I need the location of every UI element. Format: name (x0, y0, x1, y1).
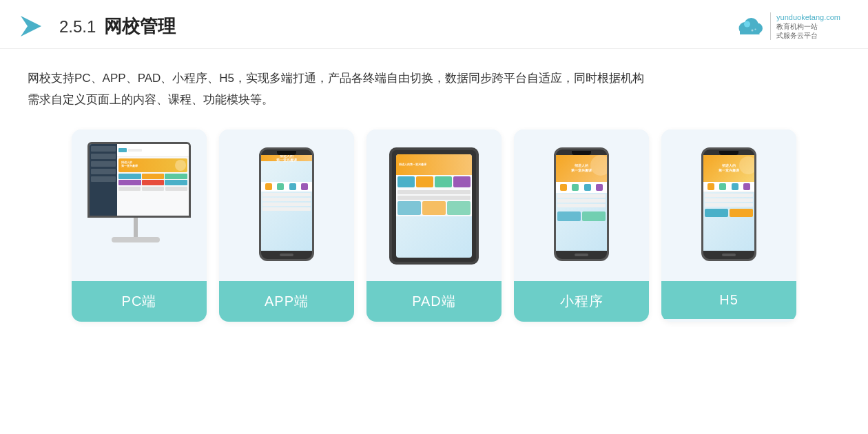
card-pad-image: 招进人的第一堂兴趣课 (366, 130, 502, 281)
svg-rect-4 (740, 28, 760, 34)
tablet-pad-screen: 招进人的第一堂兴趣课 (396, 154, 472, 258)
card-pc-image: 招进人的第一堂兴趣课 (72, 130, 207, 281)
card-pad-label: PAD端 (366, 281, 502, 322)
svg-marker-0 (21, 16, 41, 37)
brand-logo: yunduoketang.com 教育机构一站 式服务云平台 (736, 12, 840, 40)
phone-miniprogram-screen: 招进人的第一堂兴趣课 (556, 155, 607, 251)
device-pc: 招进人的第一堂兴趣课 (84, 142, 194, 273)
description: 网校支持PC、APP、PAD、小程序、H5，实现多端打通，产品各终端自由切换，数… (0, 49, 868, 123)
card-pc: 招进人的第一堂兴趣课 (72, 130, 207, 322)
svg-point-6 (752, 30, 754, 32)
card-app: 招进人的第一堂兴趣课 (219, 130, 354, 322)
svg-point-7 (754, 29, 756, 30)
description-line2: 需求自定义页面上的内容、课程、功能模块等。 (28, 90, 840, 111)
phone-h5-body: 招进人的第一堂兴趣课 (701, 147, 756, 261)
card-h5-label: H5 (661, 281, 796, 319)
card-pc-label: PC端 (72, 281, 207, 322)
brand-text-block: yunduoketang.com 教育机构一站 式服务云平台 (770, 12, 840, 40)
cards-section: 招进人的第一堂兴趣课 (0, 123, 868, 342)
card-pad: 招进人的第一堂兴趣课 (366, 130, 502, 322)
page-title: 2.5.1 网校管理 (59, 14, 176, 39)
card-app-label: APP端 (219, 281, 354, 322)
svg-point-5 (744, 21, 750, 28)
device-pad-tablet: 招进人的第一堂兴趣课 (389, 147, 479, 268)
logo-arrow-icon (21, 12, 48, 40)
phone-app-screen: 招进人的第一堂兴趣课 (261, 155, 312, 251)
phone-h5-screen: 招进人的第一堂兴趣课 (703, 155, 754, 251)
device-app-phone: 招进人的第一堂兴趣课 (259, 147, 314, 268)
card-app-image: 招进人的第一堂兴趣课 (219, 130, 354, 281)
monitor-body: 招进人的第一堂兴趣课 (87, 142, 191, 218)
card-miniprogram: 招进人的第一堂兴趣课 (514, 130, 649, 322)
device-miniprogram-phone: 招进人的第一堂兴趣课 (554, 147, 609, 268)
monitor-stand (134, 218, 138, 237)
pc-screen-content: 招进人的第一堂兴趣课 (90, 144, 189, 216)
device-h5-phone: 招进人的第一堂兴趣课 (701, 147, 756, 268)
brand-cloud-icon (736, 15, 765, 37)
header: 2.5.1 网校管理 yunduoketang.com 教育机构一站 (0, 0, 868, 49)
tablet-pad-body: 招进人的第一堂兴趣课 (389, 147, 479, 265)
card-miniprogram-image: 招进人的第一堂兴趣课 (514, 130, 649, 281)
card-miniprogram-label: 小程序 (514, 281, 649, 322)
card-h5: 招进人的第一堂兴趣课 (661, 130, 796, 322)
phone-app-body: 招进人的第一堂兴趣课 (259, 147, 314, 261)
monitor-base (112, 237, 160, 242)
card-h5-image: 招进人的第一堂兴趣课 (661, 130, 796, 281)
phone-miniprogram-body: 招进人的第一堂兴趣课 (554, 147, 609, 261)
header-left: 2.5.1 网校管理 (21, 12, 176, 40)
description-line1: 网校支持PC、APP、PAD、小程序、H5，实现多端打通，产品各终端自由切换，数… (28, 68, 840, 90)
page-wrapper: 2.5.1 网校管理 yunduoketang.com 教育机构一站 (0, 0, 868, 434)
monitor-screen: 招进人的第一堂兴趣课 (90, 144, 189, 216)
